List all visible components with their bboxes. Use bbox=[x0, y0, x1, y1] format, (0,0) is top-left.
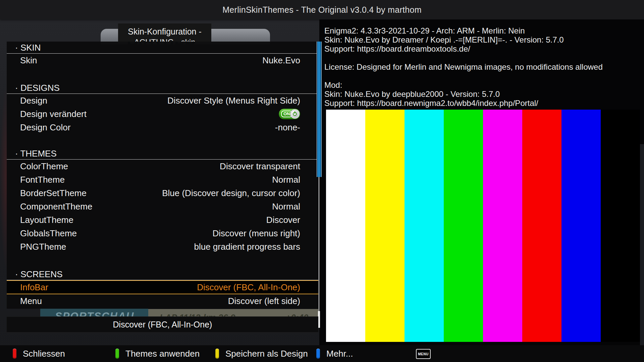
row-label: PNGTheme bbox=[20, 242, 66, 252]
info-line: Mod: bbox=[324, 80, 640, 89]
test-pattern-color-bars bbox=[326, 110, 640, 342]
window-title: MerlinSkinThemes - The Original v3.0.4 b… bbox=[222, 5, 422, 15]
overlay-title-line1: Skin-Konfiguration - bbox=[118, 27, 211, 37]
info-line bbox=[324, 71, 640, 80]
scrollbar-thumb[interactable] bbox=[317, 42, 322, 177]
info-line: Support: https://board.newnigma2.to/wbb4… bbox=[324, 99, 640, 108]
config-row-empty bbox=[7, 67, 318, 80]
save-as-design-button[interactable]: Speichern als Design bbox=[215, 345, 308, 362]
config-row-infobar-selected[interactable]: InfoBar Discover (FBC, All-In-One) bbox=[7, 280, 318, 294]
blue-button-icon bbox=[316, 349, 320, 359]
section-header-skin: · SKIN bbox=[7, 42, 318, 54]
row-value: Normal bbox=[272, 201, 300, 212]
design-changed-toggle[interactable]: ON bbox=[279, 109, 300, 119]
row-label: GlobalsTheme bbox=[20, 228, 77, 239]
row-value: blue gradient progress bars bbox=[194, 242, 300, 252]
row-value: Normal bbox=[272, 175, 300, 185]
more-button-label: Mehr... bbox=[326, 349, 353, 359]
section-header-screens: · SCREENS bbox=[7, 269, 318, 280]
menu-key-label: MENU bbox=[418, 352, 428, 356]
selection-info-text: Discover (FBC, All-In-One) bbox=[113, 320, 212, 329]
config-row-colortheme[interactable]: ColorTheme Discover transparent bbox=[7, 160, 318, 173]
menu-key-icon[interactable]: MENU bbox=[416, 349, 431, 359]
config-row-bordersettheme[interactable]: BorderSetTheme Blue (Discover design, cu… bbox=[7, 186, 318, 200]
row-value: Discover bbox=[266, 215, 300, 225]
row-label: Menu bbox=[20, 296, 42, 306]
row-value: Discover (menus right) bbox=[212, 228, 300, 239]
footer-bar: Schliessen Themes anwenden Speichern als… bbox=[0, 345, 644, 362]
more-button[interactable]: Mehr... bbox=[316, 345, 353, 362]
row-label: Design bbox=[20, 96, 47, 106]
close-button-label: Schliessen bbox=[23, 349, 65, 359]
overlay-title-line2: ACHTUNG - skin angepasst bbox=[118, 38, 211, 42]
row-label: FontTheme bbox=[20, 175, 65, 185]
apply-themes-button-label: Themes anwenden bbox=[125, 349, 200, 359]
row-value: Discover transparent bbox=[220, 161, 300, 172]
info-panel-text: Enigma2: 4.3.3r3-2021-10-29 - Arch: ARM … bbox=[324, 26, 640, 108]
info-line: Skin: Nuke.Evo by deepblue2000 - Version… bbox=[324, 89, 640, 99]
toggle-knob-power-icon bbox=[290, 109, 300, 119]
config-panel: · SKIN Skin Nuke.Evo · DESIGNS Design Di… bbox=[7, 42, 318, 309]
config-row-componenttheme[interactable]: ComponentTheme Normal bbox=[7, 200, 318, 213]
row-value: Blue (Discover design, cursor color) bbox=[162, 188, 300, 198]
color-bar-white bbox=[326, 110, 365, 342]
row-label: ComponentTheme bbox=[20, 201, 92, 212]
row-value: Discover (left side) bbox=[228, 296, 300, 306]
info-line: Enigma2: 4.3.3r3-2021-10-29 - Arch: ARM … bbox=[324, 26, 640, 35]
section-header-designs: · DESIGNS bbox=[7, 82, 318, 94]
save-as-design-button-label: Speichern als Design bbox=[225, 349, 308, 359]
config-row-menu[interactable]: Menu Discover (left side) bbox=[7, 294, 318, 308]
section-header-themes: · THEMES bbox=[7, 148, 318, 160]
row-label: Design Color bbox=[20, 122, 70, 133]
apply-themes-button[interactable]: Themes anwenden bbox=[115, 345, 200, 362]
row-label: InfoBar bbox=[20, 282, 48, 293]
color-bar-black bbox=[601, 110, 640, 342]
row-label: Design verändert bbox=[20, 109, 87, 119]
row-value: Discover (FBC, All-In-One) bbox=[197, 282, 300, 293]
config-row-design-color[interactable]: Design Color -none- bbox=[7, 121, 318, 134]
color-bar-yellow bbox=[365, 110, 405, 342]
green-button-icon bbox=[115, 349, 119, 359]
close-button[interactable]: Schliessen bbox=[13, 345, 65, 362]
yellow-button-icon bbox=[215, 349, 219, 359]
info-line: License: Designed for Merlin and Newnigm… bbox=[324, 62, 640, 71]
config-row-globalstheme[interactable]: GlobalsTheme Discover (menus right) bbox=[7, 227, 318, 240]
skin-konfig-overlay: Skin-Konfiguration - ACHTUNG - skin ange… bbox=[118, 23, 211, 42]
config-row-design[interactable]: Design Discover Style (Menus Right Side) bbox=[7, 94, 318, 107]
row-label: Skin bbox=[20, 55, 37, 66]
window-titlebar: MerlinSkinThemes - The Original v3.0.4 b… bbox=[0, 0, 644, 19]
config-row-skin[interactable]: Skin Nuke.Evo bbox=[7, 54, 318, 67]
config-row-pngtheme[interactable]: PNGTheme blue gradient progress bars bbox=[7, 240, 318, 253]
config-row-layouttheme[interactable]: LayoutTheme Discover bbox=[7, 213, 318, 227]
row-label: BorderSetTheme bbox=[20, 188, 87, 198]
color-bar-cyan bbox=[405, 110, 444, 342]
config-row-design-veraendert[interactable]: Design verändert ON bbox=[7, 107, 318, 121]
red-button-icon bbox=[13, 349, 16, 359]
color-bar-blue bbox=[561, 110, 601, 342]
color-bar-magenta bbox=[483, 110, 522, 342]
info-line: Support: https://board.dreamboxtools.de/ bbox=[324, 44, 640, 53]
row-value: Discover Style (Menus Right Side) bbox=[167, 96, 300, 106]
screen: BIATHLO Skin-Konfiguration - ACHTUNG - s… bbox=[0, 0, 644, 362]
config-row-fonttheme[interactable]: FontTheme Normal bbox=[7, 173, 318, 186]
row-label: LayoutTheme bbox=[20, 215, 73, 225]
color-bar-red bbox=[522, 110, 561, 342]
info-line: Skin: Nuke.Evo by Dreamer / Koepi .-=[ME… bbox=[324, 35, 640, 44]
row-label: ColorTheme bbox=[20, 161, 68, 172]
selection-info-box: Discover (FBC, All-In-One) bbox=[7, 316, 318, 333]
color-bar-green bbox=[444, 110, 483, 342]
row-value: Nuke.Evo bbox=[262, 55, 300, 66]
row-value: -none- bbox=[275, 122, 300, 133]
info-line bbox=[324, 53, 640, 62]
right-edge-background bbox=[640, 144, 644, 345]
